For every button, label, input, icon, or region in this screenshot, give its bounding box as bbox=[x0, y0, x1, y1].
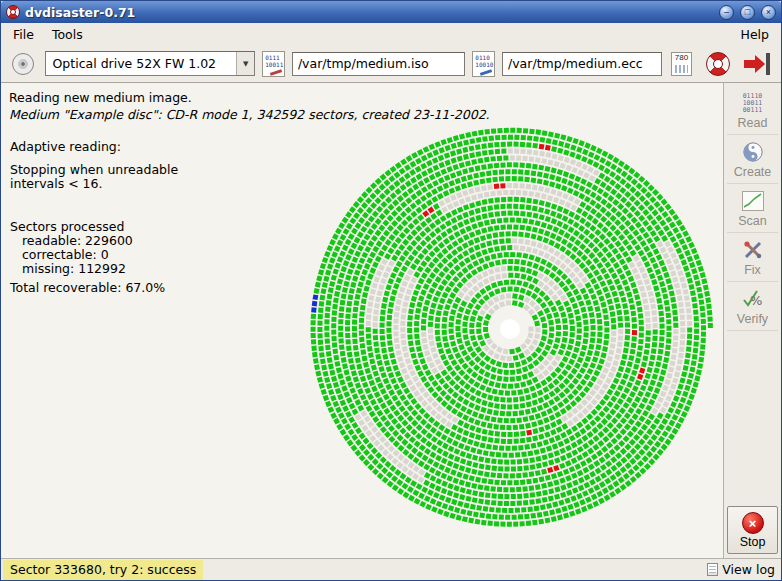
minimize-button[interactable]: – bbox=[719, 5, 734, 20]
sectors-processed-title: Sectors processed bbox=[10, 220, 178, 234]
ecc-icon-pen bbox=[480, 69, 492, 76]
toolbar: Optical drive 52X FW 1.02 ▼ 0111 10011 0… bbox=[1, 45, 781, 83]
view-log-label: View log bbox=[722, 562, 775, 577]
quit-icon bbox=[744, 52, 770, 76]
reading-info-panel: Adaptive reading: Stopping when unreadab… bbox=[10, 140, 178, 295]
app-icon bbox=[6, 5, 20, 19]
read-icon: 01110 10011 00111 bbox=[743, 91, 763, 115]
status-header-line1: Reading new medium image. bbox=[9, 89, 490, 106]
chevron-down-icon[interactable]: ▼ bbox=[236, 52, 254, 75]
read-button[interactable]: 01110 10011 00111 Read bbox=[727, 86, 778, 135]
cd-drive-icon bbox=[12, 53, 34, 75]
menubar: File Tools Help bbox=[1, 23, 781, 45]
ecc-icon-digits-2: 10010 bbox=[475, 61, 493, 68]
maximize-button[interactable]: □ bbox=[740, 5, 755, 20]
workarea: Reading new medium image. Medium "Exampl… bbox=[1, 83, 781, 558]
create-button[interactable]: Create bbox=[727, 135, 778, 184]
verify-icon: % bbox=[742, 287, 764, 311]
statusbar: Sector 333680, try 2: success View log bbox=[1, 558, 781, 580]
preferences-icon-label: 780 bbox=[675, 53, 688, 62]
quit-arrow-icon bbox=[744, 60, 755, 68]
close-button[interactable]: × bbox=[761, 5, 776, 20]
menu-file[interactable]: File bbox=[4, 24, 43, 45]
quit-button[interactable] bbox=[742, 49, 772, 79]
drive-select[interactable]: Optical drive 52X FW 1.02 ▼ bbox=[45, 51, 256, 76]
reading-area: Reading new medium image. Medium "Exampl… bbox=[1, 83, 723, 558]
drive-select-value: Optical drive 52X FW 1.02 bbox=[46, 52, 237, 75]
image-file-icon: 0111 10011 bbox=[262, 51, 285, 77]
ecc-file-icon: 0110 10010 bbox=[472, 51, 495, 77]
total-recoverable: Total recoverable: 67.0% bbox=[10, 281, 178, 295]
reading-spiral bbox=[300, 119, 720, 539]
image-file-input[interactable] bbox=[292, 52, 465, 76]
action-sidebar: 01110 10011 00111 Read Create bbox=[723, 83, 781, 558]
ecc-file-input[interactable] bbox=[502, 52, 662, 76]
scan-button[interactable]: Scan bbox=[727, 184, 778, 233]
read-label: Read bbox=[738, 116, 768, 130]
adaptive-reading-title: Adaptive reading: bbox=[10, 140, 178, 154]
scan-icon bbox=[742, 189, 764, 213]
create-icon bbox=[742, 140, 764, 164]
fix-icon bbox=[742, 238, 764, 262]
preferences-button[interactable]: 780 bbox=[669, 49, 694, 79]
create-label: Create bbox=[734, 165, 772, 179]
missing-count: missing: 112992 bbox=[10, 262, 178, 276]
stopping-line2: intervals < 16. bbox=[10, 177, 178, 191]
help-button[interactable] bbox=[703, 49, 733, 79]
drive-button[interactable] bbox=[8, 49, 38, 79]
lifebuoy-icon bbox=[706, 52, 730, 76]
fix-label: Fix bbox=[744, 263, 761, 277]
stop-label: Stop bbox=[740, 535, 766, 549]
image-icon-digits-2: 10011 bbox=[265, 61, 283, 68]
log-page-icon bbox=[707, 563, 718, 576]
menu-tools[interactable]: Tools bbox=[43, 24, 92, 45]
view-log-button[interactable]: View log bbox=[705, 562, 777, 577]
correctable-count: correctable: 0 bbox=[10, 248, 178, 262]
status-header: Reading new medium image. Medium "Exampl… bbox=[9, 89, 490, 123]
preferences-icon: 780 bbox=[671, 52, 692, 76]
quit-door-icon bbox=[766, 53, 770, 75]
preferences-icon-grid bbox=[675, 65, 688, 73]
sidebar-spacer bbox=[727, 331, 778, 506]
app-window: dvdisaster-0.71 – □ × File Tools Help Op… bbox=[0, 0, 782, 581]
readable-count: readable: 229600 bbox=[10, 234, 178, 248]
fix-button[interactable]: Fix bbox=[727, 233, 778, 282]
menu-help[interactable]: Help bbox=[732, 24, 779, 45]
titlebar[interactable]: dvdisaster-0.71 – □ × bbox=[1, 1, 781, 23]
stop-icon: × bbox=[742, 512, 764, 534]
window-title: dvdisaster-0.71 bbox=[25, 5, 135, 20]
status-message: Sector 333680, try 2: success bbox=[3, 560, 203, 580]
stop-button[interactable]: × Stop bbox=[727, 506, 778, 554]
image-icon-digits-1: 0111 bbox=[265, 54, 279, 61]
scan-label: Scan bbox=[738, 214, 767, 228]
ecc-icon-digits-1: 0110 bbox=[475, 54, 489, 61]
verify-button[interactable]: % Verify bbox=[727, 282, 778, 331]
verify-label: Verify bbox=[737, 312, 768, 326]
stopping-line1: Stopping when unreadable bbox=[10, 163, 178, 177]
image-icon-pen bbox=[270, 69, 282, 76]
